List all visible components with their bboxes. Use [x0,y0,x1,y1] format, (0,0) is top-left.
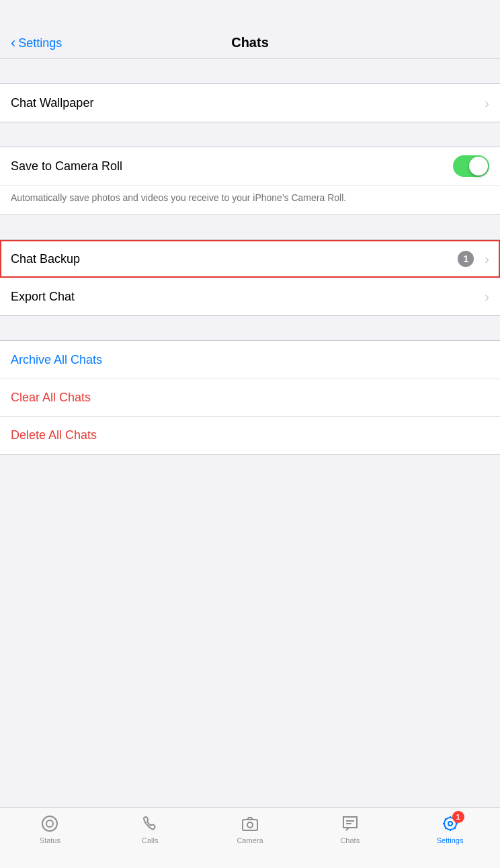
navigation-bar: ‹ Settings Chats [0,0,500,59]
back-label: Settings [18,36,62,50]
settings-icon: 1 [440,814,460,834]
tab-settings[interactable]: 1 Settings [400,814,500,844]
svg-point-0 [42,816,57,831]
svg-rect-2 [243,820,257,830]
toggle-knob [469,157,488,175]
section-gap-6 [0,479,500,503]
svg-point-6 [448,822,452,826]
camera-roll-row[interactable]: Save to Camera Roll [0,147,500,185]
chat-backup-label: Chat Backup [11,252,458,266]
camera-roll-label: Save to Camera Roll [11,159,453,173]
chats-icon [340,814,360,834]
svg-point-3 [247,822,253,828]
section-gap-1 [0,59,500,83]
camera-roll-description: Automatically save photos and videos you… [0,185,500,214]
camera-icon [240,814,260,834]
back-button[interactable]: ‹ Settings [11,36,62,50]
svg-point-1 [46,820,53,827]
back-chevron-icon: ‹ [11,36,15,50]
chat-backup-row[interactable]: Chat Backup 1 › [0,240,500,278]
clear-all-row[interactable]: Clear All Chats [0,379,500,416]
tab-settings-label: Settings [437,836,464,844]
export-chat-row[interactable]: Export Chat › [0,278,500,315]
backup-chevron-icon: › [485,251,489,267]
tab-chats-label: Chats [340,836,360,844]
page-title: Chats [231,35,269,50]
section-gap-2 [0,122,500,147]
section-gap-4 [0,316,500,340]
chat-wallpaper-row[interactable]: Chat Wallpaper › [0,84,500,122]
delete-all-row[interactable]: Delete All Chats [0,416,500,454]
tab-bar: Status Calls Camera [0,807,500,868]
section-gap-5 [0,455,500,479]
main-content: Chat Wallpaper › Save to Camera Roll Aut… [0,59,500,563]
tab-camera-label: Camera [237,836,263,844]
tab-camera[interactable]: Camera [200,814,300,844]
tab-calls[interactable]: Calls [100,814,200,844]
settings-badge: 1 [452,811,464,823]
section-wallpaper: Chat Wallpaper › [0,83,500,122]
section-camera-roll: Save to Camera Roll Automatically save p… [0,147,500,215]
tab-chats[interactable]: Chats [300,814,400,844]
tab-status-label: Status [40,836,60,844]
section-backup: Chat Backup 1 › Export Chat › [0,239,500,316]
tab-status[interactable]: Status [0,814,100,844]
archive-all-row[interactable]: Archive All Chats [0,341,500,379]
section-actions: Archive All Chats Clear All Chats Delete… [0,340,500,455]
backup-badge: 1 [458,251,474,267]
clear-all-label: Clear All Chats [11,391,489,405]
status-icon [40,814,60,834]
archive-all-label: Archive All Chats [11,353,489,367]
export-chevron-icon: › [485,289,489,305]
camera-roll-toggle[interactable] [453,155,489,177]
export-chat-label: Export Chat [11,290,479,304]
delete-all-label: Delete All Chats [11,428,489,442]
chevron-icon: › [485,95,489,111]
calls-icon [140,814,160,834]
chat-wallpaper-label: Chat Wallpaper [11,96,479,110]
section-gap-3 [0,215,500,239]
tab-calls-label: Calls [142,836,158,844]
